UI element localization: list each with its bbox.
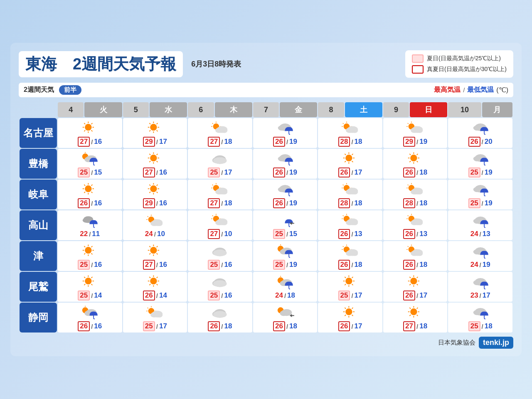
day-num-8: 8 [318,102,344,117]
weather-cell-icon: 25 / 17 [318,272,382,302]
temp-low-value: 18 [355,138,362,146]
weather-icon [449,212,512,230]
temp-low-value: 19 [289,138,297,146]
temp-row: 24 / 19 [449,261,512,269]
svg-point-240 [352,251,358,256]
svg-line-106 [91,192,93,193]
temp-row: 28 / 18 [319,137,382,147]
temp-row: 25 / 17 [319,291,382,300]
footer-org: 日本気象協会 [438,339,475,347]
day-header-row: 4 火 5 水 6 木 7 金 8 土 9 日 10 月 [20,102,512,117]
city-label: 尾鷲 [20,272,57,302]
weather-cell-icon: 26 / 13 [383,210,448,240]
tenki-logo[interactable]: tenki.jp [479,337,513,349]
weather-icon [384,273,447,291]
svg-point-78 [345,155,352,161]
svg-point-27 [222,128,228,133]
weather-cell-icon: 26 / 18 [188,303,252,332]
temp-low-value: 17 [355,291,362,300]
temp-low-value: 16 [159,168,167,177]
temp-low-value: 17 [483,291,490,300]
temp-row: 26 / 19 [254,198,317,208]
weather-cell-icon: 22 / 11 [58,210,122,240]
temp-row: 25 / 15 [254,229,317,239]
legend: 夏日(日最高気温が25℃以上) 真夏日(日最高気温が30℃以上) [405,50,513,78]
svg-point-178 [222,221,228,225]
temp-row: 29 / 16 [124,198,187,208]
weather-icon [319,119,382,137]
svg-line-123 [212,185,213,185]
svg-line-218 [149,246,150,247]
svg-line-212 [84,253,86,254]
svg-line-333 [352,308,353,309]
weather-icon [189,242,251,260]
weather-cell-icon: 25 / 17 [188,149,252,179]
legend-item-hot: 真夏日(日最高気温が30℃以上) [412,65,507,74]
weather-icon [449,274,512,291]
temp-row: 27 / 10 [189,229,251,239]
temp-low-value: 19 [485,168,493,177]
svg-line-299 [409,284,411,285]
main-container: 東海 2週間天気予報 6月3日8時発表 夏日(日最高気温が25℃以上) 真夏日(… [10,43,522,356]
day-num-6: 6 [188,102,214,117]
weather-icon [449,119,512,137]
table-row: 豊橋 25 / 15 27 / 16 [20,149,512,179]
svg-line-86 [345,161,346,162]
weather-icon [189,119,251,137]
weather-icon [254,304,317,321]
svg-point-199 [417,221,423,225]
temp-row: 26 / 17 [319,167,382,177]
weather-icon [124,304,187,321]
temp-low-value: 10 [224,230,232,238]
weather-icon [254,150,317,167]
temp-row: 26 / 13 [319,229,382,239]
svg-line-271 [156,277,158,278]
weather-icon [319,150,382,167]
temp-row: 26 / 17 [319,321,382,331]
footer: 日本気象協会 tenki.jp [19,337,513,349]
weather-icon [124,150,187,167]
temp-low-value: 18 [224,322,232,330]
day-thu: 木 [215,102,252,117]
weather-icon [254,274,317,291]
temp-row: 27 / 18 [189,198,251,208]
temp-row: 22 / 11 [59,230,121,238]
temp-row: 29 / 17 [124,137,187,147]
svg-line-220 [156,246,158,247]
temp-row: 26 / 19 [254,167,317,177]
temp-low-label: 最低気温 [467,86,494,94]
weather-cell-icon: 28 / 18 [383,180,448,209]
temp-low-value: 18 [224,199,232,207]
day-mon: 月 [482,102,513,117]
svg-point-335 [410,308,417,315]
svg-line-219 [156,253,158,254]
weather-table: 4 火 5 水 6 木 7 金 8 土 9 日 10 月 名古屋 27 / [19,101,513,333]
temp-low-value: 18 [355,261,362,269]
weather-icon [319,181,382,198]
temp-low-value: 18 [289,322,297,330]
temp-low-value: 17 [224,168,232,177]
weather-icon [449,304,512,321]
svg-point-189 [352,221,358,225]
svg-line-137 [342,185,343,185]
svg-point-73 [213,157,227,164]
legend-item-summer: 夏日(日最高気温が25℃以上) [412,54,507,63]
svg-line-84 [352,161,353,162]
svg-line-83 [345,154,346,155]
day-num-9: 9 [383,102,409,117]
svg-line-68 [156,154,158,155]
svg-line-114 [149,185,150,186]
weather-icon [59,273,121,291]
weather-cell-icon: 23 / 17 [448,272,512,302]
temp-row: 24 / 13 [449,230,512,238]
svg-point-51 [417,128,423,133]
weather-cell-icon: 27 / 16 [123,241,187,271]
legend-label-hot: 真夏日(日最高気温が30℃以上) [427,66,507,73]
weather-cell-icon: 28 / 18 [318,118,382,148]
weather-cell-icon: 27 / 16 [58,118,122,148]
svg-line-262 [91,277,93,278]
temp-low-value: 17 [159,322,167,330]
weather-cell-icon: 25 / 16 [188,241,252,271]
weather-icon [59,212,121,230]
page-title: 東海 2週間天気予報 [19,51,183,77]
